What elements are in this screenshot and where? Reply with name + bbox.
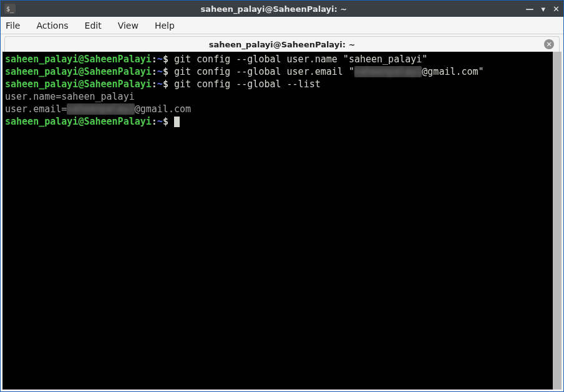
- terminal-cursor: [174, 117, 180, 127]
- prompt-symbol: $: [163, 54, 168, 65]
- menu-view[interactable]: View: [118, 21, 139, 31]
- cmd-git-config-email-tail: @gmail.com": [422, 66, 484, 77]
- prompt-symbol: $: [163, 66, 168, 77]
- cmd-git-config-email: git config --global user.email ": [168, 66, 354, 77]
- output-user-email: user.email=: [5, 103, 67, 115]
- window-title: saheen_palayi@SaheenPalayi: ~: [22, 4, 526, 14]
- maximize-icon[interactable]: ▾: [542, 4, 546, 14]
- prompt-user-host: saheen_palayi@SaheenPalayi: [5, 116, 152, 127]
- prompt-symbol: $: [163, 116, 168, 127]
- menu-help[interactable]: Help: [155, 21, 175, 31]
- tabbar: saheen_palayi@SaheenPalayi: ~ ✕: [1, 34, 563, 52]
- terminal-app-icon: $_: [4, 4, 16, 14]
- minimize-icon[interactable]: —: [526, 4, 534, 14]
- prompt-sep: :: [152, 79, 157, 90]
- terminal-output[interactable]: saheen_palayi@SaheenPalayi:~$ git config…: [2, 52, 553, 390]
- output-user-email-tail: @gmail.com: [135, 103, 191, 115]
- email-local-redacted: saheenpalayi: [67, 103, 134, 115]
- prompt-path: ~: [157, 54, 163, 65]
- prompt-path: ~: [157, 116, 163, 127]
- prompt-user-host: saheen_palayi@SaheenPalayi: [5, 54, 152, 65]
- prompt-path: ~: [157, 66, 163, 77]
- cmd-git-config-name: git config --global user.name "saheen_pa…: [168, 54, 427, 65]
- terminal-container: saheen_palayi@SaheenPalayi:~$ git config…: [1, 52, 563, 391]
- scrollbar-vertical[interactable]: [553, 52, 562, 390]
- close-icon[interactable]: ✕: [553, 4, 560, 14]
- output-user-name: user.name=saheen_palayi: [5, 91, 135, 102]
- menu-edit[interactable]: Edit: [85, 21, 102, 31]
- scrollbar-thumb[interactable]: [553, 52, 562, 390]
- prompt-sep: :: [152, 54, 157, 65]
- prompt-sep: :: [152, 116, 157, 127]
- prompt-user-host: saheen_palayi@SaheenPalayi: [5, 66, 152, 77]
- tab-terminal-1[interactable]: saheen_palayi@SaheenPalayi: ~ ✕: [4, 36, 560, 52]
- menu-file[interactable]: File: [6, 21, 20, 31]
- cmd-git-config-list: git config --global --list: [168, 79, 321, 90]
- prompt-sep: :: [152, 66, 157, 77]
- menu-actions[interactable]: Actions: [36, 21, 68, 31]
- tab-label: saheen_palayi@SaheenPalayi: ~: [209, 40, 356, 49]
- window-controls: — ▾ ✕: [526, 4, 560, 14]
- menubar: File Actions Edit View Help: [1, 17, 563, 34]
- titlebar: $_ saheen_palayi@SaheenPalayi: ~ — ▾ ✕: [1, 1, 563, 17]
- tab-close-icon[interactable]: ✕: [544, 39, 554, 49]
- prompt-path: ~: [157, 79, 163, 90]
- prompt-symbol: $: [163, 79, 168, 90]
- email-local-redacted: saheenpalayi: [354, 66, 422, 77]
- prompt-user-host: saheen_palayi@SaheenPalayi: [5, 79, 152, 90]
